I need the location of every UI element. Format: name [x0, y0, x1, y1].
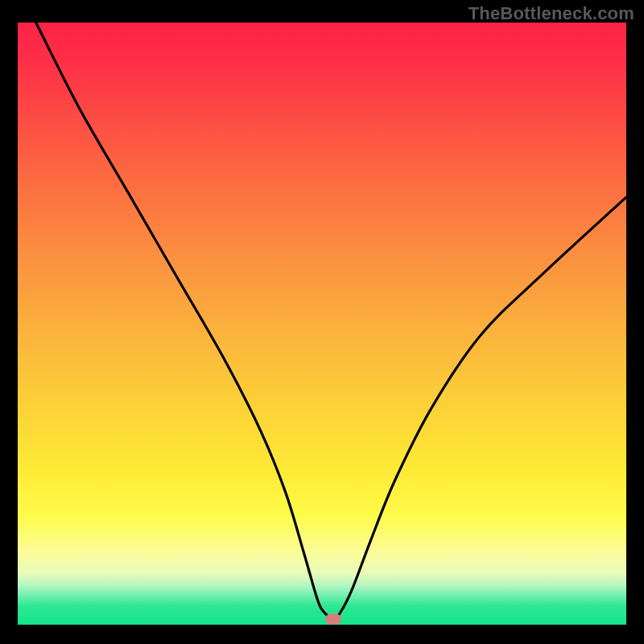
watermark-text: TheBottleneck.com [469, 3, 634, 24]
minimum-marker [325, 613, 341, 624]
curve-svg [18, 23, 626, 625]
plot-area [18, 23, 626, 625]
chart-frame: TheBottleneck.com [0, 0, 644, 644]
bottleneck-curve [36, 23, 626, 619]
